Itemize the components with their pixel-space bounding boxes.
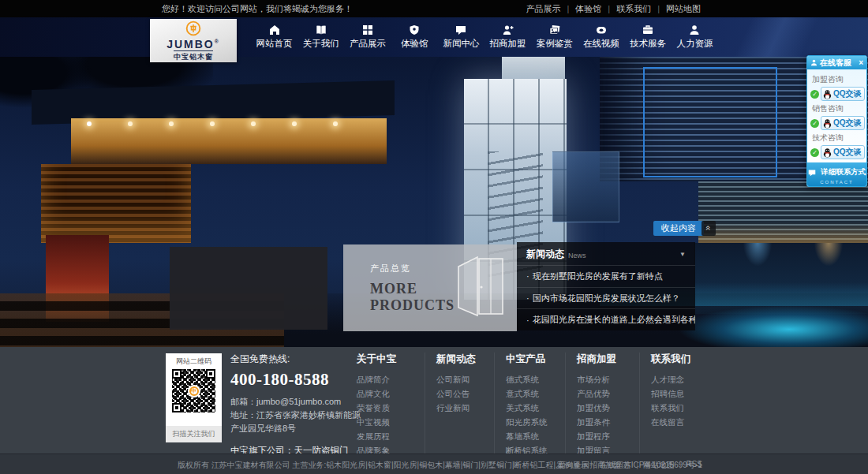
chat-icon — [808, 169, 816, 177]
products-panel-subtitle: MORE PRODUCTS — [370, 281, 449, 314]
footer-link[interactable]: 美式系统 — [506, 401, 565, 415]
qr-caption: 扫描关注我们 — [166, 426, 222, 442]
briefcase-icon — [642, 24, 653, 35]
footer-link[interactable]: 意式系统 — [506, 386, 565, 401]
news-panel-subtitle: News — [568, 252, 586, 259]
shield-icon — [409, 24, 420, 35]
collapse-content-button[interactable]: 收起内容 — [653, 221, 704, 236]
footer-link[interactable]: 公司公告 — [436, 386, 494, 401]
nav-item-home[interactable]: 网站首页 — [251, 17, 297, 57]
detailed-contact-button[interactable]: 详细联系方式 CONTACT — [807, 162, 866, 186]
topbar-link-sitemap[interactable]: 网站地图 — [651, 3, 701, 15]
footer-link[interactable]: 加盟条件 — [577, 415, 639, 429]
footer-link[interactable]: 行业新闻 — [436, 401, 494, 415]
logo-emblem-icon — [185, 21, 201, 36]
footer-link[interactable]: 公司新闻 — [436, 372, 494, 386]
collapse-arrows-icon[interactable]: « — [702, 221, 716, 236]
nav-item-hr[interactable]: 人力资源 — [672, 17, 718, 57]
logo-subtitle: 中宝铝木窗 — [174, 50, 213, 62]
footer: 网站二维码 中 扫描关注我们 全国免费热线: 400-180-8588 邮箱：j… — [0, 347, 868, 453]
qq-chat-button[interactable]: QQ交谈 — [821, 116, 865, 130]
footer-link[interactable]: 阳光房系统 — [506, 415, 565, 429]
news-item[interactable]: 现在别墅阳光房的发展有了新特点 — [517, 265, 695, 287]
nav-item-experience[interactable]: 体验馆 — [391, 17, 438, 57]
footer-link[interactable]: 在线留言 — [651, 415, 709, 429]
footer-link[interactable]: 加盟程序 — [577, 429, 639, 443]
footer-column-title: 招商加盟 — [577, 353, 639, 366]
service-group-label: 销售咨询 — [812, 103, 863, 114]
footer-link[interactable]: 品牌简介 — [357, 372, 425, 386]
footer-contact-block: 全国免费热线: 400-180-8588 邮箱：jumbo@51jumbo.co… — [230, 353, 363, 457]
book-icon — [316, 24, 327, 35]
qq-penguin-icon — [822, 118, 832, 129]
footer-link[interactable]: 产品优势 — [577, 386, 639, 401]
footer-link[interactable]: 品牌文化 — [357, 386, 425, 401]
hero-photo: 收起内容 « 产品总览 MORE PRODUCTS 新闻动态 News ▼ 现在… — [0, 57, 868, 347]
footer-link[interactable]: 联系我们 — [651, 401, 709, 415]
chevron-down-icon[interactable]: ▼ — [679, 251, 686, 258]
hero-wood-balcony — [41, 164, 191, 243]
more-products-panel[interactable]: 产品总览 MORE PRODUCTS — [343, 244, 517, 331]
footer-email: 邮箱：jumbo@51jumbo.com — [230, 395, 363, 409]
qq-chat-button[interactable]: QQ交谈 — [821, 145, 865, 159]
footer-link[interactable]: 荣誉资质 — [357, 401, 425, 415]
home-icon — [269, 24, 280, 35]
nav-item-about[interactable]: 关于我们 — [297, 17, 344, 57]
footer-column-title: 关于中宝 — [357, 353, 425, 366]
qr-finder-mark — [172, 369, 181, 379]
footer-link[interactable]: 加盟优势 — [577, 401, 639, 415]
news-panel: 新闻动态 News ▼ 现在别墅阳光房的发展有了新特点 国内市场花园阳光房发展状… — [517, 242, 695, 330]
service-panel-header: 在线客服 × — [807, 56, 866, 69]
company-logo[interactable]: JUMBO® 中宝铝木窗 — [150, 19, 237, 62]
products-panel-title: 产品总览 — [370, 263, 449, 274]
close-icon[interactable]: × — [859, 59, 863, 67]
nav-item-products[interactable]: 产品展示 — [344, 17, 391, 57]
hotline-number: 400-180-8588 — [230, 370, 363, 390]
footer-link[interactable]: 中宝视频 — [357, 415, 425, 429]
bottom-link-sitemap[interactable]: 网站地图 — [631, 460, 675, 471]
feature-dark-box — [170, 247, 327, 330]
bottom-link-cases[interactable]: 案例展示 — [557, 460, 589, 471]
nav-item-news[interactable]: 新闻中心 — [438, 17, 485, 57]
footer-link[interactable]: 人才理念 — [651, 372, 709, 386]
nav-item-cases[interactable]: 案例鉴赏 — [531, 17, 578, 57]
user-plus-icon — [503, 24, 514, 35]
qr-code-image: 中 — [172, 369, 215, 412]
nav-item-service[interactable]: 技术服务 — [625, 17, 672, 57]
footer-link[interactable]: 德式系统 — [506, 372, 565, 386]
qr-card: 网站二维码 中 扫描关注我们 — [166, 353, 222, 442]
logo-brand-text: JUMBO® — [166, 36, 220, 50]
topbar-link-products[interactable]: 产品展示 — [526, 3, 560, 15]
footer-column-title: 联系我们 — [651, 353, 709, 366]
service-panel-title: 在线客服 — [820, 58, 851, 69]
qr-logo-badge: 中 — [188, 385, 200, 397]
bottom-link-rss[interactable]: RSS — [675, 460, 702, 471]
news-item[interactable]: 花园阳光房在漫长的道路上必然会遇到各种挑战 — [517, 308, 695, 330]
footer-link[interactable]: 市场分析 — [577, 372, 639, 386]
footer-link[interactable]: 幕墙系统 — [506, 429, 565, 443]
online-service-panel: 在线客服 × 加盟咨询 ✓ QQ交谈 销售咨询 ✓ QQ交谈 技术咨询 ✓ QQ… — [806, 55, 867, 187]
topbar-link-contact[interactable]: 联系我们 — [601, 3, 651, 15]
online-status-icon: ✓ — [810, 90, 819, 99]
hotline-label: 全国免费热线: — [230, 353, 363, 366]
footer-column-title: 中宝产品 — [506, 353, 565, 366]
bottom-link-message[interactable]: 在线留言 — [589, 460, 632, 471]
topbar-link-experience[interactable]: 体验馆 — [560, 3, 601, 15]
grid-icon — [362, 24, 373, 35]
topbar-links: 产品展示 体验馆 联系我们 网站地图 — [526, 3, 701, 15]
hero-warm-interior — [71, 118, 387, 164]
nav-item-video[interactable]: 在线视频 — [578, 17, 624, 57]
bottombar: 版权所有 江苏中宝建材有限公司 主营业务:铝木阳光房|铝木窗|阳光房|铜包木|幕… — [0, 453, 868, 474]
footer-link[interactable]: 发展历程 — [357, 429, 425, 443]
user-icon — [689, 24, 700, 35]
online-status-icon: ✓ — [810, 148, 819, 157]
qq-chat-button[interactable]: QQ交谈 — [821, 87, 865, 101]
user-icon — [810, 59, 817, 66]
nav-item-join[interactable]: 招商加盟 — [485, 17, 531, 57]
qr-title: 网站二维码 — [176, 353, 211, 369]
news-panel-title: 新闻动态 — [526, 248, 564, 261]
hero-annotation-box — [643, 67, 777, 177]
news-item[interactable]: 国内市场花园阳光房发展状况怎么样？ — [517, 287, 695, 309]
hero-ceiling-lights — [87, 121, 92, 126]
footer-link[interactable]: 招聘信息 — [651, 386, 709, 401]
